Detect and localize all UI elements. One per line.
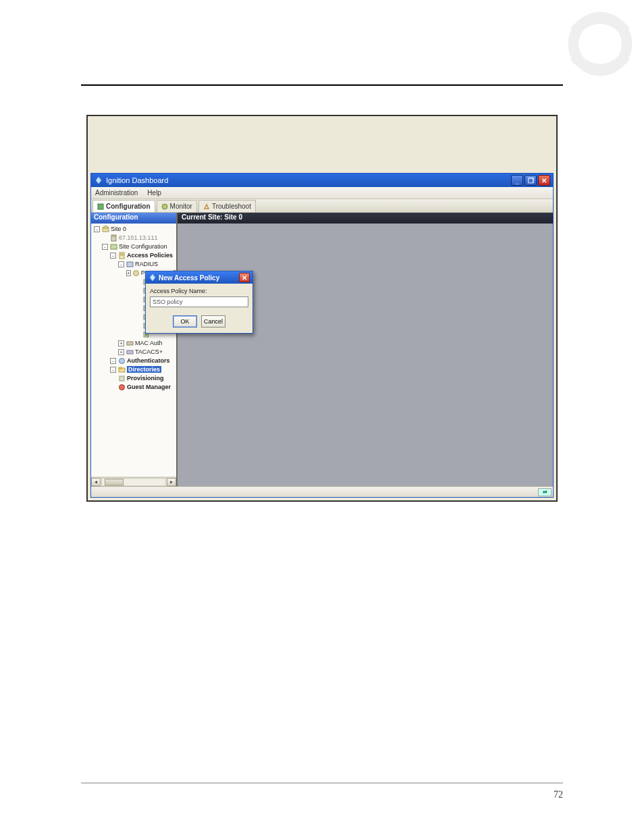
policy-icon xyxy=(126,261,134,268)
tree-node[interactable]: -Access Policies xyxy=(94,251,175,260)
policy-name-label: Access Policy Name: xyxy=(150,288,248,294)
tree-label: Authenticators xyxy=(127,357,170,365)
tab-label: Troubleshoot xyxy=(212,203,251,210)
tree-expander[interactable]: + xyxy=(118,340,124,346)
prov-icon xyxy=(117,375,126,382)
tacacs-icon xyxy=(126,348,134,356)
sidebar: Configuration -Site 067.151.13.111-Site … xyxy=(91,213,178,486)
connection-status-icon: ⇄ xyxy=(538,488,552,496)
dialog-icon xyxy=(149,273,157,282)
new-access-policy-dialog: New Access Policy ✕ Access Policy Name: … xyxy=(145,271,253,334)
svg-rect-4 xyxy=(104,226,107,228)
tab-label: Configuration xyxy=(106,203,151,210)
tree-node[interactable]: Provisioning xyxy=(94,374,175,383)
svg-rect-1 xyxy=(98,204,103,209)
tree-node[interactable]: +TACACS+ xyxy=(94,348,175,357)
scroll-thumb[interactable] xyxy=(105,479,124,486)
tree-node[interactable]: +MAC Auth xyxy=(94,339,175,348)
tree-label: Site 0 xyxy=(111,225,126,234)
tree-node[interactable]: 67.151.13.111 xyxy=(94,234,175,242)
app-window: Ignition Dashboard _ ❐ ✕ Administration … xyxy=(90,173,554,498)
cancel-button[interactable]: Cancel xyxy=(201,315,225,328)
tree-label: TACACS+ xyxy=(135,348,163,357)
sidebar-hscrollbar[interactable]: ◂ ▸ xyxy=(91,477,176,486)
screenshot-frame: Ignition Dashboard _ ❐ ✕ Administration … xyxy=(86,115,558,502)
dir-icon xyxy=(117,366,126,373)
maximize-button[interactable]: ❐ xyxy=(525,175,537,186)
tree-label: Access Policies xyxy=(127,251,173,260)
server-icon xyxy=(109,234,117,242)
tree-expander[interactable]: - xyxy=(110,358,116,364)
guest-icon xyxy=(117,384,126,391)
mac-icon xyxy=(126,340,134,347)
dialog-close-button[interactable]: ✕ xyxy=(239,273,250,282)
monitor-icon xyxy=(161,203,168,210)
tree-label: 67.151.13.111 xyxy=(119,234,158,242)
tree-node[interactable]: -Site 0 xyxy=(94,225,175,234)
tree-node[interactable]: -Authenticators xyxy=(94,357,175,365)
tab-monitor[interactable]: Monitor xyxy=(157,200,197,212)
tree-expander[interactable]: - xyxy=(94,226,100,232)
scroll-right-button[interactable]: ▸ xyxy=(167,478,176,486)
tab-troubleshoot[interactable]: Troubleshoot xyxy=(198,200,256,212)
minimize-button[interactable]: _ xyxy=(511,175,523,186)
sidebar-title: Configuration xyxy=(91,213,176,224)
tree-expander[interactable]: - xyxy=(110,253,116,259)
menu-help[interactable]: Help xyxy=(147,189,161,197)
main-body xyxy=(178,224,553,486)
menu-administration[interactable]: Administration xyxy=(95,189,138,197)
main-panel: Current Site: Site 0 xyxy=(178,213,553,486)
tab-configuration[interactable]: Configuration xyxy=(92,200,155,212)
tree-expander[interactable]: - xyxy=(110,367,116,373)
tree-expander[interactable]: + xyxy=(118,349,124,355)
svg-rect-26 xyxy=(145,334,147,336)
tree-node[interactable]: -Site Configuration xyxy=(94,242,175,251)
tree-node[interactable]: -Directories xyxy=(94,365,175,374)
scroll-left-button[interactable]: ◂ xyxy=(91,478,101,486)
svg-rect-6 xyxy=(112,236,115,237)
main-title: Current Site: Site 0 xyxy=(178,213,553,224)
dialog-title-bar: New Access Policy ✕ xyxy=(146,271,252,284)
site-icon xyxy=(101,226,109,233)
title-bar: Ignition Dashboard _ ❐ ✕ xyxy=(91,174,553,187)
tree-expander[interactable]: + xyxy=(126,270,131,276)
svg-rect-28 xyxy=(127,350,133,354)
tree-expander[interactable]: - xyxy=(102,244,108,250)
svg-point-33 xyxy=(119,385,124,390)
svg-point-29 xyxy=(119,359,124,364)
config-tree[interactable]: -Site 067.151.13.111-Site Configuration-… xyxy=(91,224,176,477)
svg-rect-31 xyxy=(119,367,122,369)
ok-button[interactable]: OK xyxy=(173,315,197,328)
config-icon xyxy=(97,203,104,210)
tab-label: Monitor xyxy=(170,203,192,210)
dialog-title: New Access Policy xyxy=(159,274,219,282)
tree-label: Guest Manager xyxy=(127,383,171,392)
policy-name-input[interactable] xyxy=(150,296,248,307)
svg-rect-11 xyxy=(127,262,133,267)
tree-label: Site Configuration xyxy=(119,242,167,251)
tree-node[interactable]: -RADIUS xyxy=(94,260,175,269)
svg-rect-7 xyxy=(111,244,117,249)
tree-label: MAC Auth xyxy=(135,339,163,348)
app-icon xyxy=(94,176,103,185)
tree-label: Provisioning xyxy=(127,374,164,383)
close-button[interactable]: ✕ xyxy=(538,175,550,186)
menu-bar: Administration Help xyxy=(91,187,553,199)
scroll-track[interactable] xyxy=(101,478,166,486)
svg-rect-32 xyxy=(119,376,124,381)
watermark-logo xyxy=(563,7,637,84)
auth-icon xyxy=(117,357,126,365)
header-rule xyxy=(81,84,563,86)
tree-expander[interactable]: - xyxy=(118,261,124,267)
svg-rect-27 xyxy=(127,342,133,345)
window-title: Ignition Dashboard xyxy=(106,176,168,184)
footer-rule xyxy=(81,783,563,783)
page-number: 72 xyxy=(554,789,563,800)
profile-icon xyxy=(132,269,140,277)
svg-point-12 xyxy=(133,271,138,276)
svg-point-2 xyxy=(162,204,167,209)
siteconf-icon xyxy=(109,243,117,251)
tree-node[interactable]: Guest Manager xyxy=(94,383,175,392)
tab-bar: Configuration Monitor Troubleshoot xyxy=(91,199,553,213)
policies-icon xyxy=(117,252,126,259)
